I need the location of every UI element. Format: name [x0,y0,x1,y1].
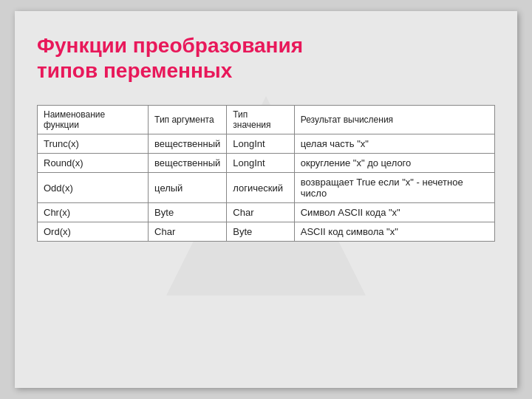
table-header-row: Наименование функции Тип аргумента Тип з… [38,106,495,134]
functions-table: Наименование функции Тип аргумента Тип з… [37,105,495,242]
header-col-4: Результат вычисления [294,106,494,134]
table-container: Наименование функции Тип аргумента Тип з… [37,105,495,242]
table-cell-4-0: Ord(x) [38,222,149,242]
slide-title: Функции преобразованиятипов переменных [37,33,495,83]
table-cell-0-0: Trunc(x) [38,134,149,154]
table-cell-0-1: вещественный [149,134,227,154]
table-row: Odd(x)целыйлогическийвозвращает True есл… [38,173,495,203]
table-cell-1-3: округление "x" до целого [294,154,494,173]
table-cell-4-1: Char [149,222,227,242]
table-cell-3-2: Char [227,203,294,222]
table-cell-2-0: Odd(x) [38,173,149,203]
table-cell-3-3: Символ ASCII кода "x" [294,203,494,222]
table-cell-2-2: логический [227,173,294,203]
header-col-1: Наименование функции [38,106,149,134]
table-cell-3-1: Byte [149,203,227,222]
table-row: Ord(x)CharByteASCII код символа "x" [38,222,495,242]
table-cell-2-1: целый [149,173,227,203]
header-col-3: Тип значения [227,106,294,134]
table-row: Round(x)вещественныйLongIntокругление "x… [38,154,495,173]
table-cell-0-2: LongInt [227,134,294,154]
header-col-2: Тип аргумента [149,106,227,134]
table-row: Trunc(x)вещественныйLongIntцелая часть "… [38,134,495,154]
table-row: Chr(x)ByteCharСимвол ASCII кода "x" [38,203,495,222]
table-cell-0-3: целая часть "x" [294,134,494,154]
table-cell-4-3: ASCII код символа "x" [294,222,494,242]
table-cell-3-0: Chr(x) [38,203,149,222]
table-cell-1-0: Round(x) [38,154,149,173]
table-cell-2-3: возвращает True если "x" - нечетное числ… [294,173,494,203]
table-cell-4-2: Byte [227,222,294,242]
table-cell-1-1: вещественный [149,154,227,173]
slide: Функции преобразованиятипов переменных Н… [15,11,517,388]
table-cell-1-2: LongInt [227,154,294,173]
